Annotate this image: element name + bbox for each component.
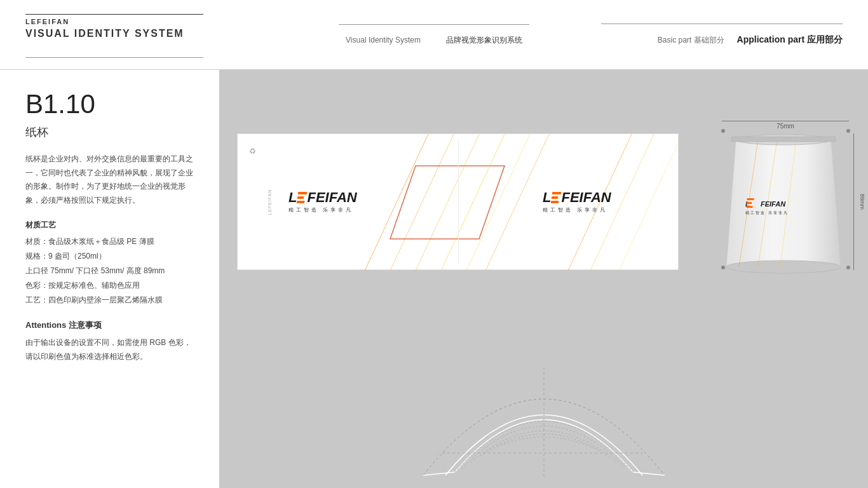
section-title: 纸杯 bbox=[25, 125, 194, 140]
brand-subtitle: VISUAL IDENTITY SYSTEM bbox=[25, 28, 184, 39]
svg-rect-22 bbox=[731, 137, 836, 142]
cup-center-divider bbox=[458, 140, 459, 263]
svg-line-23 bbox=[423, 472, 455, 475]
svg-rect-17 bbox=[747, 198, 754, 200]
dim-line-right bbox=[853, 133, 854, 270]
logo-unfolded-left: L FEIFAN 精工智造 乐享非凡 bbox=[288, 191, 357, 214]
center-top-line bbox=[339, 24, 529, 25]
dim-height-label: 89mm bbox=[859, 194, 865, 210]
brand-logo-area: LEFEIFAN VISUAL IDENTITY SYSTEM bbox=[25, 18, 184, 39]
svg-line-5 bbox=[466, 134, 530, 271]
attentions-title: Attentions 注意事项 bbox=[25, 320, 194, 331]
material-list: 材质：食品级木浆纸＋食品级 PE 薄膜 规格：9 盎司（250ml） 上口径 7… bbox=[25, 234, 194, 307]
header-divider-bottom bbox=[25, 57, 203, 58]
cup-unfolded-display: ♻ LEFEIFAN L FEIFAN 精工智造 乐享非凡 bbox=[237, 133, 679, 270]
svg-line-9 bbox=[619, 140, 679, 271]
header-divider-top bbox=[25, 14, 203, 15]
cup-vertical-text: LEFEIFAN bbox=[268, 189, 272, 215]
material-title: 材质工艺 bbox=[25, 220, 194, 231]
logo-unfolded-right: L FEIFAN 精工智造 乐享非凡 bbox=[543, 191, 611, 214]
brand-name: LEFEIFAN bbox=[25, 18, 184, 25]
section-number: B1.10 bbox=[25, 89, 194, 119]
header: LEFEIFAN VISUAL IDENTITY SYSTEM Visual I… bbox=[0, 0, 868, 70]
svg-line-1 bbox=[390, 134, 454, 271]
attentions-text: 由于输出设备的设置不同，如需使用 RGB 色彩，请以印刷色值为标准选择相近色彩。 bbox=[25, 336, 194, 363]
svg-text:FEIFAN: FEIFAN bbox=[761, 200, 786, 208]
dim-line-top: 75mm bbox=[722, 121, 849, 130]
cup-3d-svg: L FEIFAN 精工智造 乐享非凡 bbox=[720, 130, 850, 280]
nav-basic: Basic part 基础部分 bbox=[658, 35, 724, 46]
recycle-icon: ♻ bbox=[249, 147, 256, 156]
dim-width-label: 75mm bbox=[776, 123, 794, 130]
right-top-line bbox=[601, 24, 843, 24]
nav-center-cn: 品牌视觉形象识别系统 bbox=[446, 35, 522, 46]
svg-line-0 bbox=[365, 134, 428, 271]
svg-text:精工智造  乐享非凡: 精工智造 乐享非凡 bbox=[745, 210, 789, 215]
cup-template-svg bbox=[391, 336, 696, 482]
svg-point-12 bbox=[726, 261, 841, 273]
svg-rect-18 bbox=[747, 202, 752, 204]
nav-application: Application part 应用部分 bbox=[737, 34, 843, 46]
svg-line-24 bbox=[633, 472, 665, 475]
left-panel: B1.10 纸杯 纸杯是企业对内、对外交换信息的最重要的工具之一，它同时也代表了… bbox=[0, 70, 219, 488]
main-display-area: ♻ LEFEIFAN L FEIFAN 精工智造 乐享非凡 bbox=[219, 70, 868, 488]
svg-line-2 bbox=[416, 134, 479, 271]
svg-rect-19 bbox=[746, 206, 752, 208]
nav-center-en: Visual Identity System bbox=[346, 36, 421, 44]
description-text: 纸杯是企业对内、对外交换信息的最重要的工具之一，它同时也代表了企业的精神风貌，展… bbox=[25, 152, 194, 207]
